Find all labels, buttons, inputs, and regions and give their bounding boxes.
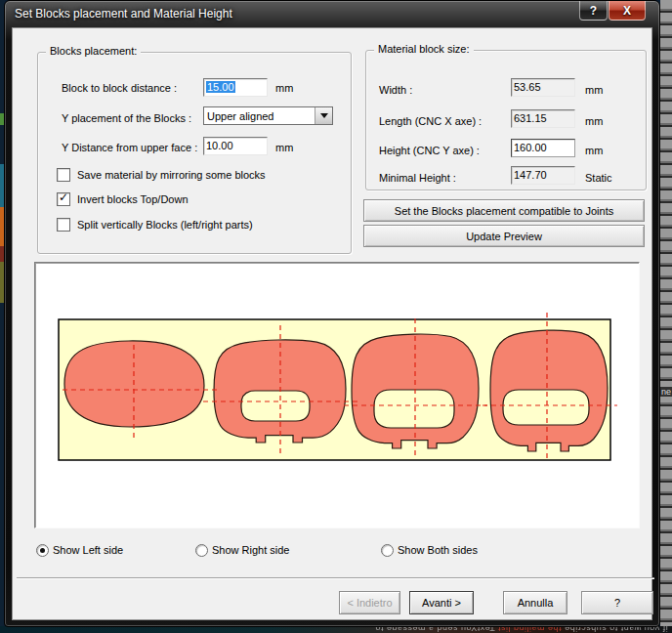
screen: ne if you want to subscribe the mailing … [0,0,672,633]
split-blocks-label: Split vertically Blocks (left/right part… [77,219,253,231]
length-label: Length (CNC X axe) : [379,115,482,127]
background-window-strip: if you want to subscribe the mailing lis… [0,626,672,633]
height-label: Height (CNC Y axe) : [379,145,480,156]
update-preview-button[interactable]: Update Preview [363,225,645,247]
y-distance-input[interactable]: 10.00 [203,137,268,155]
minimal-height-label: Minimal Height : [379,172,456,184]
material-block-size-title: Material block size: [374,43,474,55]
y-distance-unit: mm [275,142,293,153]
mirror-blocks-checkbox[interactable]: ✓ [57,168,70,182]
separator-line [17,577,654,579]
back-button[interactable]: < Indietro [339,591,400,614]
length-input: 631.15 [511,109,575,128]
next-button[interactable]: Avanti > [409,591,474,614]
block-distance-label: Block to block distance : [62,82,177,94]
check-icon: ✓ [59,190,68,204]
preview-panel [34,262,640,528]
background-scrollbar: ne [660,0,672,633]
show-left-side-label: Show Left side [53,544,123,556]
preview-svg [35,263,639,528]
split-blocks-checkbox[interactable]: ✓ [57,218,70,232]
show-both-sides-label: Show Both sides [398,544,478,556]
background-flipped-text: if you want to subscribe the mailing lis… [375,626,668,633]
invert-blocks-label: Invert blocks Top/Down [77,193,189,205]
caption-buttons: ? X [579,1,646,21]
blocks-placement-group: Blocks placement: Block to block distanc… [37,52,352,254]
length-unit: mm [585,115,603,127]
show-right-side-radio[interactable] [195,544,208,557]
y-placement-dropdown[interactable]: Upper aligned [203,106,333,125]
chevron-down-icon [320,113,328,118]
minimal-height-unit: Static [585,172,612,184]
show-both-sides-radio[interactable] [381,544,394,557]
block-distance-input[interactable]: 15.00 [203,78,268,97]
height-unit: mm [585,145,603,156]
y-placement-label: Y placement of the Blocks : [62,112,191,124]
minimal-height-input: 147.70 [511,166,575,185]
close-button[interactable]: X [609,1,646,21]
selected-text: 15.00 [206,81,235,93]
background-text-fragment: ne [660,387,672,397]
width-unit: mm [585,84,603,96]
y-placement-value: Upper aligned [204,110,315,122]
set-joints-button[interactable]: Set the Blocks placement compatible to J… [363,199,645,222]
cancel-button[interactable]: Annulla [503,591,567,614]
show-left-side-radio[interactable] [36,544,49,557]
dialog-window: Set Blocks placement and Material Height… [4,0,660,627]
height-input[interactable]: 160.00 [511,139,575,157]
help-caption-button[interactable]: ? [579,1,608,21]
block-distance-unit: mm [275,82,293,94]
width-input: 53.65 [511,78,575,97]
width-label: Width : [379,84,412,96]
mirror-blocks-label: Save material by mirroring some blocks [77,169,266,181]
y-distance-label: Y Distance from upper face : [62,142,197,153]
dropdown-button[interactable] [315,107,332,124]
help-button[interactable]: ? [581,591,653,614]
invert-blocks-checkbox[interactable]: ✓ [57,192,70,206]
dialog-client-area: Blocks placement: Block to block distanc… [12,27,652,620]
show-right-side-label: Show Right side [212,544,290,556]
window-title: Set Blocks placement and Material Height [15,7,232,21]
titlebar[interactable]: Set Blocks placement and Material Height… [5,1,659,27]
blocks-placement-title: Blocks placement: [46,45,141,57]
material-block-size-group: Material block size: Width : 53.65 mm Le… [365,50,647,190]
